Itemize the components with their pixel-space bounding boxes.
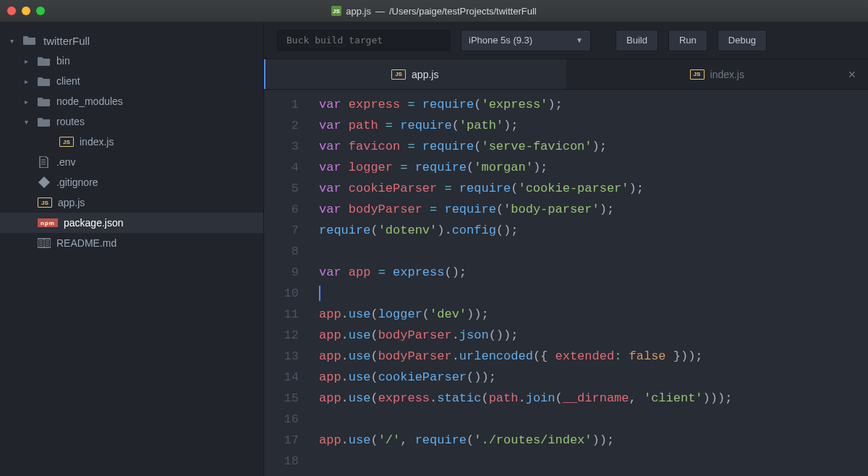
code-line[interactable]: app.use('/', require('./routes/index')); <box>319 430 868 451</box>
code-line[interactable]: app.use(bodyParser.urlencoded({ extended… <box>319 346 868 367</box>
code-line[interactable]: app.use(express.static(path.join(__dirna… <box>319 388 868 409</box>
env-file-icon <box>38 156 51 168</box>
titlebar: JS app.js — /Users/paige/testProjects/tw… <box>0 0 868 22</box>
device-selector-label: iPhone 5s (9.3) <box>469 35 532 46</box>
code-line[interactable]: var path = require('path'); <box>319 115 868 136</box>
minimize-window-button[interactable] <box>22 7 30 15</box>
code-area[interactable]: var express = require('express');var pat… <box>309 94 868 476</box>
maximize-window-button[interactable] <box>36 7 45 15</box>
build-button[interactable]: Build <box>616 30 658 51</box>
code-line[interactable]: var bodyParser = require('body-parser'); <box>319 199 868 220</box>
editor-tab[interactable]: JSindex.js✕ <box>566 59 869 89</box>
tree-file[interactable]: ▸JSapp.js <box>0 192 263 213</box>
line-number: 10 <box>264 283 299 304</box>
disclosure-triangle-icon[interactable]: ▾ <box>25 118 32 126</box>
line-number: 16 <box>264 409 299 430</box>
code-line[interactable]: app.use(logger('dev')); <box>319 304 868 325</box>
tree-file[interactable]: ▸.gitignore <box>0 172 263 192</box>
editor-tab[interactable]: JSapp.js <box>264 59 566 89</box>
title-path: /Users/paige/testProjects/twitterFull <box>389 6 537 17</box>
code-line[interactable] <box>319 451 868 472</box>
tree-item-label: node_modules <box>56 95 123 107</box>
line-number: 8 <box>264 241 299 262</box>
tree-item-label: bin <box>56 55 70 67</box>
line-number: 5 <box>264 178 299 199</box>
js-file-icon: JS <box>690 69 705 80</box>
title-sep: — <box>375 6 385 17</box>
readme-file-icon <box>38 237 51 249</box>
tree-item-label: index.js <box>80 136 114 148</box>
tree-file[interactable]: ▸.env <box>0 152 263 172</box>
line-number: 12 <box>264 325 299 346</box>
line-number: 9 <box>264 262 299 283</box>
device-selector[interactable]: iPhone 5s (9.3) ▼ <box>461 30 591 51</box>
tree-folder[interactable]: ▸client <box>0 71 263 91</box>
tree-root-label: twitterFull <box>43 35 90 47</box>
chevron-down-icon: ▼ <box>576 36 583 44</box>
debug-button[interactable]: Debug <box>718 30 767 51</box>
disclosure-triangle-icon[interactable]: ▾ <box>10 37 17 45</box>
code-line[interactable]: app.use(bodyParser.json()); <box>319 325 868 346</box>
window-title: JS app.js — /Users/paige/testProjects/tw… <box>0 6 868 17</box>
folder-icon <box>23 35 38 46</box>
tab-label: app.js <box>412 69 438 80</box>
code-editor[interactable]: 123456789101112131415161718 var express … <box>264 90 868 476</box>
tree-file[interactable]: ▸README.md <box>0 233 263 253</box>
disclosure-triangle-icon[interactable]: ▸ <box>25 77 32 85</box>
code-line[interactable]: var cookieParser = require('cookie-parse… <box>319 178 868 199</box>
js-file-icon: JS <box>331 6 341 16</box>
run-button-label: Run <box>679 35 697 46</box>
js-file-icon: JS <box>391 69 406 80</box>
tree-item-label: routes <box>56 116 85 127</box>
code-line[interactable]: var logger = require('morgan'); <box>319 157 868 178</box>
file-tree-sidebar[interactable]: ▾twitterFull▸bin▸client▸node_modules▾rou… <box>0 22 264 476</box>
line-number: 3 <box>264 136 299 157</box>
tree-folder[interactable]: ▸node_modules <box>0 91 263 111</box>
tree-item-label: .env <box>56 156 75 168</box>
tree-folder[interactable]: ▸bin <box>0 51 263 71</box>
code-line[interactable]: var favicon = require('serve-favicon'); <box>319 136 868 157</box>
close-window-button[interactable] <box>7 7 16 15</box>
gitignore-file-icon <box>38 177 51 188</box>
title-filename: app.js <box>346 6 371 17</box>
line-number-gutter: 123456789101112131415161718 <box>264 94 309 476</box>
line-number: 6 <box>264 199 299 220</box>
code-line[interactable] <box>319 283 868 304</box>
line-number: 14 <box>264 367 299 388</box>
disclosure-triangle-icon[interactable]: ▸ <box>25 98 32 106</box>
folder-icon <box>38 75 51 87</box>
line-number: 4 <box>264 157 299 178</box>
line-number: 17 <box>264 430 299 451</box>
line-number: 13 <box>264 346 299 367</box>
tab-label: index.js <box>710 69 744 80</box>
tab-bar: JSapp.jsJSindex.js✕ <box>264 59 868 90</box>
work-area: iPhone 5s (9.3) ▼ Build Run Debug JSapp.… <box>264 22 868 476</box>
tree-item-label: client <box>56 75 80 87</box>
debug-button-label: Debug <box>728 35 756 46</box>
line-number: 15 <box>264 388 299 409</box>
code-line[interactable] <box>319 409 868 430</box>
svg-rect-0 <box>331 6 341 16</box>
tree-file[interactable]: ▸npmpackage.json <box>0 213 263 233</box>
code-line[interactable]: require('dotenv').config(); <box>319 220 868 241</box>
tree-file[interactable]: ▸JSindex.js <box>0 132 263 152</box>
buck-build-target-input[interactable] <box>277 30 451 51</box>
code-line[interactable] <box>319 241 868 262</box>
disclosure-triangle-icon[interactable]: ▸ <box>25 57 32 65</box>
code-line[interactable]: var express = require('express'); <box>319 94 868 115</box>
tree-root[interactable]: ▾twitterFull <box>0 30 263 51</box>
close-tab-icon[interactable]: ✕ <box>848 69 856 80</box>
line-number: 1 <box>264 94 299 115</box>
code-line[interactable]: app.use(cookieParser()); <box>319 367 868 388</box>
line-number: 7 <box>264 220 299 241</box>
js-file-icon: JS <box>59 137 74 147</box>
toolbar: iPhone 5s (9.3) ▼ Build Run Debug <box>264 22 868 59</box>
tree-folder[interactable]: ▾routes <box>0 111 263 132</box>
folder-icon <box>38 116 51 127</box>
code-line[interactable]: var app = express(); <box>319 262 868 283</box>
run-button[interactable]: Run <box>668 30 707 51</box>
window-controls <box>7 7 45 15</box>
svg-text:JS: JS <box>333 8 340 14</box>
folder-icon <box>38 55 51 67</box>
npm-file-icon: npm <box>38 218 58 227</box>
